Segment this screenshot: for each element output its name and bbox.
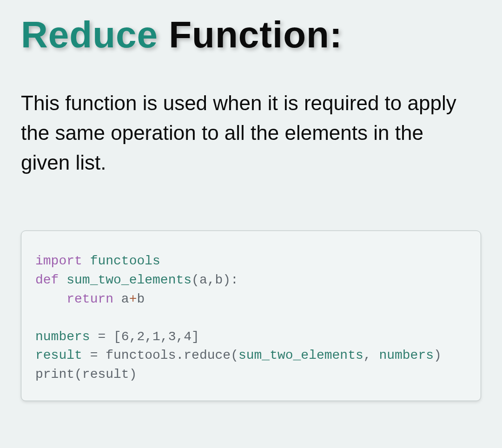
code-keyword-def: def <box>35 273 59 287</box>
code-keyword-import: import <box>35 254 82 268</box>
code-call-method: reduce <box>184 348 231 362</box>
code-comma: , <box>363 348 379 362</box>
code-dot: . <box>176 348 184 362</box>
code-indent <box>35 292 66 306</box>
code-operator-plus: + <box>129 292 137 306</box>
code-paren-close-1: ) <box>434 348 442 362</box>
code-assign-2: = <box>82 348 106 362</box>
code-print: print <box>35 367 74 382</box>
description-text: This function is used when it is require… <box>21 88 481 177</box>
page-title: Reduce Function: <box>21 16 481 53</box>
code-paren-close-2: ) <box>129 367 137 382</box>
title-main: Function: <box>158 14 343 55</box>
code-module-functools: functools <box>82 254 160 268</box>
code-func-name: sum_two_elements <box>59 273 192 287</box>
code-keyword-return: return <box>66 292 113 306</box>
code-paren-open-1: ( <box>231 348 238 362</box>
code-var-result: result <box>35 348 82 362</box>
code-block: import functools def sum_two_elements(a,… <box>21 231 481 401</box>
code-call-module: functools <box>106 348 176 362</box>
code-arg-fn: sum_two_elements <box>238 348 363 362</box>
code-print-arg: result <box>82 367 129 382</box>
title-accent: Reduce <box>21 14 158 55</box>
code-expr-a: a <box>113 292 129 306</box>
code-list-literal: [6,2,1,3,4] <box>113 329 199 344</box>
code-expr-b: b <box>137 292 145 306</box>
code-arg-list: numbers <box>379 348 434 362</box>
code-assign-1: = <box>90 329 113 344</box>
code-var-numbers: numbers <box>35 329 90 344</box>
code-func-params: (a,b): <box>192 273 238 287</box>
code-paren-open-2: ( <box>74 367 82 382</box>
